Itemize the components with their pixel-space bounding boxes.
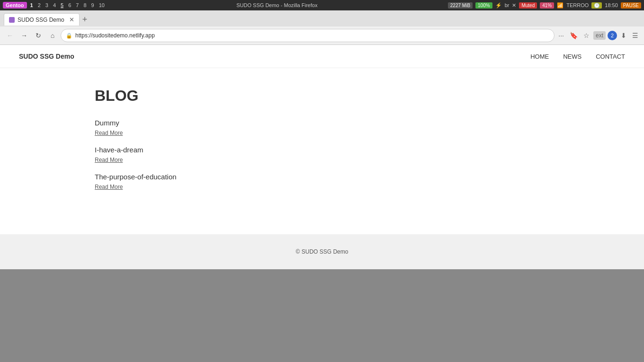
back-button[interactable]: ← (4, 29, 16, 42)
workspace-1[interactable]: 1 (29, 2, 35, 8)
muted-badge[interactable]: Muted (519, 2, 537, 9)
site-footer: © SUDO SSG Demo (0, 234, 644, 269)
volume-badge: 41% (540, 2, 554, 9)
workspace-8[interactable]: 8 (82, 2, 88, 8)
nav-links: HOME NEWS CONTACT (530, 53, 625, 60)
url-text: https://sudositedemo.netlify.app (75, 32, 549, 39)
downloads-button[interactable]: ⬇ (619, 31, 628, 40)
browser-toolbar: ← → ↻ ⌂ 🔒 https://sudositedemo.netlify.a… (0, 26, 644, 44)
extensions-button[interactable]: ext (593, 31, 606, 40)
blog-page-content: BLOG Dummy Read More I-have-a-dream Read… (0, 68, 644, 219)
home-button[interactable]: ⌂ (46, 29, 59, 42)
browser-chrome: SUDO SSG Demo ✕ + ← → ↻ ⌂ 🔒 https://sudo… (0, 10, 644, 45)
website-content: SUDO SSG Demo HOME NEWS CONTACT BLOG Dum… (0, 45, 644, 234)
browser-tab-active[interactable]: SUDO SSG Demo ✕ (4, 13, 80, 26)
power-label[interactable]: PAUSE (621, 2, 641, 9)
forward-button[interactable]: → (18, 29, 30, 42)
blog-post-2-title: I-have-a-dream (95, 146, 549, 154)
footer-copyright: © SUDO SSG Demo (296, 248, 349, 255)
tab-favicon (9, 17, 15, 23)
blog-post-2-readmore[interactable]: Read More (95, 157, 123, 163)
blog-post-2: I-have-a-dream Read More (95, 146, 549, 163)
nav-news-link[interactable]: NEWS (563, 53, 581, 60)
workspace-4[interactable]: 4 (52, 2, 57, 8)
blog-post-3-title: The-purpose-of-education (95, 173, 549, 181)
browser-toolbar-actions: ··· 🔖 ☆ ext 2 ⬇ ☰ (556, 31, 640, 40)
profile-avatar[interactable]: 2 (608, 31, 617, 40)
blog-post-1: Dummy Read More (95, 119, 549, 136)
br-label: br (505, 2, 510, 8)
star-button[interactable]: ☆ (581, 31, 591, 40)
blog-post-1-readmore[interactable]: Read More (95, 130, 123, 136)
browser-tabs-bar: SUDO SSG Demo ✕ + (0, 10, 644, 26)
memory-badge: 2227 MiB (448, 2, 473, 9)
menu-button[interactable]: ☰ (630, 31, 640, 40)
os-desktop (0, 269, 644, 362)
workspace-2[interactable]: 2 (36, 2, 42, 8)
clock-icon: 🕐 (591, 2, 602, 9)
workspace-10[interactable]: 10 (98, 2, 106, 8)
window-title: SUDO SSG Demo - Mozilla Firefox (236, 2, 317, 8)
reload-button[interactable]: ↻ (32, 29, 45, 42)
new-tab-button[interactable]: + (80, 15, 90, 25)
page-title: BLOG (95, 87, 549, 105)
os-system-tray: 2227 MiB 100% ⚡ br ✕ Muted 41% 📶 TERROO … (448, 2, 641, 9)
workspace-7[interactable]: 7 (74, 2, 80, 8)
workspace-9[interactable]: 9 (90, 2, 96, 8)
nav-home-link[interactable]: HOME (530, 53, 549, 60)
tab-close-button[interactable]: ✕ (69, 16, 74, 23)
os-distro-tag: Gentoo (3, 2, 27, 9)
workspace-5[interactable]: 5 (59, 2, 65, 8)
network-label: TERROO (566, 2, 589, 8)
site-navigation: SUDO SSG Demo HOME NEWS CONTACT (0, 45, 644, 68)
url-bar[interactable]: 🔒 https://sudositedemo.netlify.app (61, 29, 555, 42)
workspace-3[interactable]: 3 (44, 2, 50, 8)
cpu-badge: 100% (475, 2, 492, 9)
blog-post-3: The-purpose-of-education Read More (95, 173, 549, 190)
blog-post-1-title: Dummy (95, 119, 549, 127)
nav-contact-link[interactable]: CONTACT (596, 53, 625, 60)
os-taskbar: Gentoo 1 2 3 4 5 6 7 8 9 10 SUDO SSG Dem… (0, 0, 644, 10)
more-button[interactable]: ··· (556, 31, 566, 40)
workspace-6[interactable]: 6 (67, 2, 72, 8)
blog-post-3-readmore[interactable]: Read More (95, 184, 123, 190)
bookmark-button[interactable]: 🔖 (568, 31, 580, 40)
time-display: 18:50 (605, 2, 618, 8)
site-logo[interactable]: SUDO SSG Demo (19, 53, 74, 60)
lock-icon: 🔒 (66, 33, 72, 39)
tab-title: SUDO SSG Demo (18, 17, 64, 23)
